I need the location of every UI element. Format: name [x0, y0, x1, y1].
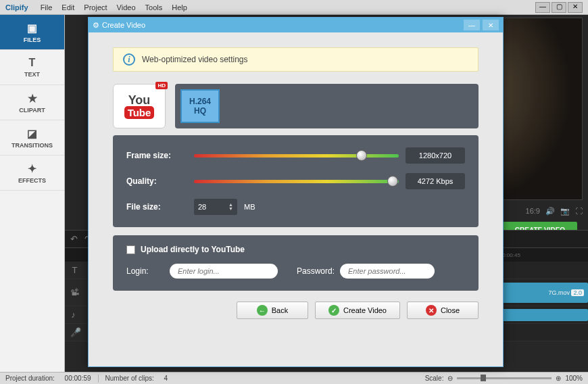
close-x-icon: ✕	[426, 305, 437, 316]
info-text: Web-optimized video settings	[142, 55, 248, 64]
hd-badge: HD	[155, 82, 168, 89]
file-size-label: File size:	[126, 202, 187, 212]
upload-youtube-label: Upload directly to YouTube	[141, 245, 245, 254]
close-button[interactable]: ✕ Close	[407, 302, 479, 319]
file-size-value: 28	[198, 203, 206, 211]
create-video-dialog: ⚙ Create Video — ✕ i Web-optimized video…	[88, 17, 504, 367]
upload-panel: Upload directly to YouTube Login: Passwo…	[113, 235, 479, 291]
dialog-minimize-button[interactable]: —	[464, 20, 480, 30]
codec-selector[interactable]: H.264 HQ	[175, 84, 479, 128]
frame-size-slider[interactable]	[194, 151, 399, 160]
dialog-close-button[interactable]: ✕	[483, 20, 499, 30]
frame-size-value: 1280x720	[406, 147, 465, 164]
youtube-preset-logo: HD You Tube	[113, 84, 166, 128]
dialog-title: Create Video	[102, 21, 145, 29]
quality-value: 4272 Kbps	[406, 173, 465, 189]
frame-size-label: Frame size:	[126, 151, 187, 160]
password-input[interactable]	[340, 264, 435, 279]
info-icon: i	[123, 53, 135, 66]
password-label: Password:	[293, 266, 335, 276]
login-input[interactable]	[170, 264, 278, 279]
quality-label: Quality:	[126, 176, 187, 186]
upload-youtube-checkbox[interactable]	[126, 245, 135, 254]
info-bar: i Web-optimized video settings	[113, 47, 479, 72]
file-size-spinner[interactable]: 28 ▲▼	[194, 199, 237, 215]
dialog-icon: ⚙	[93, 21, 99, 30]
codec-option-h264hq[interactable]: H.264 HQ	[180, 89, 220, 123]
login-label: Login:	[126, 266, 164, 276]
file-size-unit: MB	[244, 203, 255, 211]
dialog-titlebar: ⚙ Create Video — ✕	[89, 18, 503, 32]
check-icon: ✓	[328, 305, 339, 316]
create-video-confirm-button[interactable]: ✓ Create Video	[315, 302, 400, 319]
back-button[interactable]: ← Back	[237, 302, 308, 319]
spinner-arrows-icon[interactable]: ▲▼	[228, 203, 233, 211]
settings-panel: Frame size: 1280x720 Quality: 4272 Kbps …	[113, 135, 479, 227]
back-arrow-icon: ←	[257, 305, 268, 316]
quality-slider[interactable]	[194, 176, 399, 186]
